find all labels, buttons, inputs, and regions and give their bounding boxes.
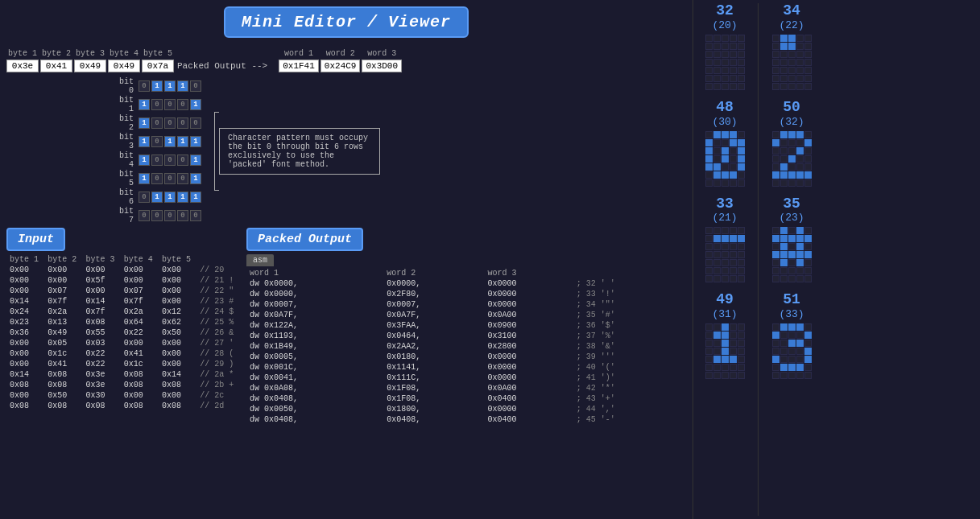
cgrid-cell-1-6-1 [713,179,721,187]
cgrid-cell-1-2-2 [722,147,729,154]
byte-5-group: byte 5 0x7a [142,49,174,72]
cgrid-cell-1-2-1 [713,147,721,154]
cgrid-cell-4-1-2 [788,43,796,50]
char-grid-2 [705,227,745,282]
cgrid-cell-7-1-0 [772,332,779,339]
bit-row-0: bit 001110 [111,77,201,95]
packed-cell-11-3: ; 43 '+' [573,393,686,404]
cgrid-cell-5-1-4 [804,139,812,146]
packed-cell-2-1: 0x0007, [383,299,484,310]
input-cell-9-4: 0x00 [159,359,196,369]
cgrid-cell-6-1-0 [772,235,779,242]
packed-col-w2: word 2 [383,268,484,278]
packed-cell-5-1: 0x0464, [383,331,484,341]
cgrid-cell-4-5-4 [804,75,812,82]
bit-row-label-1: bit 1 [111,96,134,113]
input-cell-8-0: 0x00 [6,348,44,359]
packed-cell-8-1: 0x1141, [383,362,484,373]
input-cell-0-2: 0x00 [83,265,121,275]
cgrid-cell-4-3-3 [796,59,804,66]
word-2-label: word 2 [326,49,355,58]
bit-cell-5-0: 1 [139,173,150,184]
bit-row-3: bit 310111 [111,133,201,150]
cgrid-cell-3-0-0 [705,323,713,331]
cgrid-cell-5-4-4 [804,163,812,171]
cgrid-cell-1-4-2 [722,163,729,171]
cgrid-cell-0-5-3 [730,75,737,82]
byte-3-label: byte 3 [76,49,105,58]
input-cell-9-1: 0x41 [44,359,82,369]
cgrid-cell-0-0-0 [705,35,713,42]
cgrid-cell-1-6-2 [722,179,729,187]
bit-row-label-6: bit 6 [111,188,134,206]
packed-cell-6-3: ; 38 '&' [573,341,686,352]
cgrid-cell-7-2-3 [796,340,804,347]
packed-cell-13-1: 0x0408, [383,414,484,425]
char-sub-0: (20) [712,19,737,31]
input-cell-3-1: 0x7f [44,296,82,307]
input-cell-3-5: // 23 # [196,296,240,307]
bit-cell-6-4: 1 [190,192,201,203]
cgrid-cell-6-6-3 [796,275,804,282]
input-cell-12-2: 0x30 [83,390,121,401]
input-cell-12-3: 0x00 [121,390,159,401]
cgrid-cell-0-5-2 [722,75,729,82]
cgrid-cell-7-1-2 [788,332,796,339]
char-item-0: 32(20) [705,3,745,93]
cgrid-cell-5-5-4 [804,171,812,179]
bit-cell-0-2: 1 [164,80,176,92]
input-cell-1-5: // 21 ! [196,275,240,286]
packed-cell-8-3: ; 40 '(' [573,362,686,373]
table-row: 0x000x000x000x000x00// 20 [6,265,240,275]
char-item-6: 35(23) [772,196,812,286]
cgrid-cell-3-2-2 [722,340,729,347]
cgrid-cell-3-1-3 [730,332,737,339]
cgrid-cell-2-6-1 [713,275,721,282]
byte-2-group: byte 2 0x41 [40,49,72,72]
packed-section-label: Packed Output [246,228,363,251]
bit-cell-2-1: 0 [151,117,163,129]
word-1-group: word 1 0x1F41 [279,49,319,72]
bit-row-label-5: bit 5 [111,170,134,187]
input-cell-2-2: 0x00 [83,286,121,296]
cgrid-cell-4-6-2 [788,83,796,90]
packed-cell-3-1: 0x0A7F, [383,310,484,320]
word-3-group: word 3 0x3D00 [362,49,402,72]
word-1-label: word 1 [284,49,313,58]
cgrid-cell-4-0-2 [788,35,796,42]
cgrid-cell-6-2-2 [788,243,796,250]
input-cell-8-5: // 28 ( [196,348,240,359]
table-row: dw 0x0000,0x2F80,0x0000; 33 '!' [246,289,686,299]
cgrid-cell-4-6-3 [796,83,804,90]
packed-cell-0-2: 0x0000 [485,278,573,289]
cgrid-cell-5-6-3 [796,179,804,187]
bit-cell-7-3: 0 [177,210,188,221]
cgrid-cell-6-1-3 [796,235,804,242]
right-panel: 32(20)48(30)33(21)49(31)34(22)50(32)35(2… [693,0,980,519]
bit-cell-4-1: 0 [151,154,163,166]
bit-cell-5-1: 0 [151,173,163,184]
cgrid-cell-3-3-1 [713,348,721,355]
input-cell-1-1: 0x00 [44,275,82,286]
asm-tab[interactable]: asm [246,254,274,266]
input-cell-4-0: 0x24 [6,307,44,317]
table-row: dw 0x0408,0x0408,0x0400; 45 '-' [246,414,686,425]
input-cell-1-0: 0x00 [6,275,44,286]
cgrid-cell-6-1-2 [788,235,796,242]
input-cell-6-4: 0x50 [159,327,196,338]
input-cell-6-1: 0x49 [44,327,82,338]
cgrid-cell-4-5-2 [788,75,796,82]
char-item-4: 34(22) [772,3,812,93]
cgrid-cell-0-5-1 [713,75,721,82]
cgrid-cell-5-5-1 [780,171,788,179]
cgrid-cell-1-4-1 [713,163,721,171]
table-row: 0x000x000x5f0x000x00// 21 ! [6,275,240,286]
char-item-2: 33(21) [705,196,745,286]
cgrid-cell-5-0-3 [796,131,804,138]
input-cell-2-3: 0x07 [121,286,159,296]
packed-cell-4-0: dw 0x122A, [246,320,383,331]
cgrid-cell-3-5-0 [705,364,713,371]
input-cell-11-0: 0x08 [6,380,44,390]
bit-cell-3-3: 1 [177,136,188,147]
cgrid-cell-5-2-1 [780,147,788,154]
